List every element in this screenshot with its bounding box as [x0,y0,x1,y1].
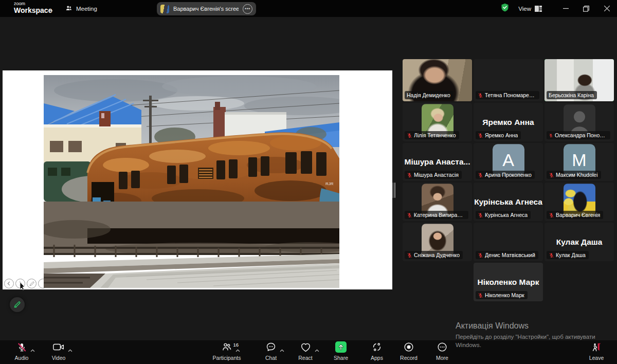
viewer-previous-button[interactable] [4,279,14,288]
participant-name-label: Берьозкіна Каріна [547,91,597,99]
close-button[interactable] [596,0,617,17]
shared-photo-burned-train: RJR [44,75,339,288]
participant-name-label: Сніжана Дудченко [405,251,463,259]
zoom-app-window: zoom Workspace Meeting Варварич Євгенія'… [0,0,617,364]
mic-muted-icon [549,252,554,258]
participant-tile[interactable]: MМаксим Khudolei [545,143,614,181]
meeting-toolbar: AudioVideo16ParticipantsChatReactShareAp… [0,340,617,364]
participant-tile[interactable]: Денис Матвієвський [474,223,543,261]
mic-muted-icon [478,293,483,298]
participant-name-label: Надія Демиденко [405,91,453,99]
react-button[interactable]: React [287,342,324,361]
toolbar-label: Chat [265,355,277,361]
share-icon [335,341,347,355]
participant-tile[interactable]: Катерина Випирайло [403,183,472,221]
more-icon [437,342,447,354]
record-button[interactable]: Record [390,342,427,361]
minimize-button[interactable] [555,0,576,17]
participant-tile[interactable]: Тетяна Пономаренко [474,59,543,101]
mic-muted-icon [407,252,412,258]
participant-name-label: Тетяна Пономаренко [476,91,539,99]
participant-tile[interactable]: Олександра Пономарен... [545,103,614,141]
participant-name-label: Курінська Агнеса [476,211,531,219]
mic-muted-icon [478,252,483,258]
participant-tile[interactable]: Лілія Тетянченко [403,103,472,141]
svg-text:RJR: RJR [325,181,334,186]
mic-muted-icon [478,93,483,98]
toolbar-label: Record [400,355,418,361]
logo-zoom-text: zoom [14,2,52,6]
leave-button[interactable]: Leave [578,342,615,361]
toolbar-label: Audio [15,355,29,361]
participant-tile[interactable]: Сніжана Дудченко [403,223,472,261]
annotate-button[interactable] [10,297,25,312]
participant-tile[interactable]: Кулак ДашаКулак Даша [545,223,614,261]
video-button[interactable]: Video [40,342,77,361]
participant-name-label: Яремко Анна [476,131,521,139]
watermark-title: Активація Windows [456,321,610,331]
participant-tile[interactable]: Ніколенко МаркНіколенко Марк [474,263,543,301]
toolbar-label: Video [52,355,66,361]
participants-icon [222,342,232,354]
chevron-up-icon[interactable] [315,345,319,354]
annotate-pencil-icon [13,301,21,308]
toolbar-label: Share [334,355,348,361]
participant-name-label: Кулак Даша [547,251,589,259]
mic-muted-icon [478,212,483,218]
participant-tile[interactable]: Варварич Євгенія [545,183,614,221]
chat-button[interactable]: Chat [252,342,289,361]
mic-muted-icon [549,172,554,178]
participant-name-label: Арина Прокопенко [476,171,535,179]
mic-muted-icon [407,172,412,178]
security-shield-icon[interactable] [501,3,509,14]
toolbar-label: React [298,355,312,361]
restore-button[interactable] [576,0,596,17]
mic-muted-icon [407,212,412,218]
participant-tile[interactable]: Мішура Анаста...Мішура Анастасія [403,143,472,181]
participant-name-label: Денис Матвієвський [476,251,538,259]
audio-button[interactable]: Audio [3,342,40,361]
zoom-workspace-logo: zoom Workspace [14,2,52,14]
participant-tile[interactable]: Яремко АннаЯремко Анна [474,103,543,141]
tab-meeting[interactable]: Meeting [65,3,97,14]
screen-tab-more-icon[interactable]: ••• [243,4,252,14]
apps-icon [372,342,382,354]
chevron-up-icon[interactable] [30,345,35,354]
heart-icon [300,342,311,354]
mic-muted-icon [17,342,27,355]
tab-shared-screen[interactable]: Варварич Євгенія's screen ••• [157,2,256,15]
viewer-edit-button[interactable] [27,279,37,288]
mic-muted-icon [478,133,483,138]
participant-name-label: Олександра Пономарен... [547,131,610,139]
participant-name-label: Лілія Тетянченко [405,131,459,139]
participants-button[interactable]: 16Participants [208,342,245,361]
meeting-tab-label: Meeting [76,6,97,12]
workspace-chevron-down-icon[interactable] [48,6,53,15]
photo-viewer-controls [4,279,48,288]
participant-tile[interactable]: Надія Демиденко [403,59,472,101]
participant-name-label: Варварич Євгенія [547,211,603,219]
meeting-person-icon [65,5,72,13]
participant-tile[interactable]: Курінська АгнесаКурінська Агнеса [474,183,543,221]
chevron-up-icon[interactable] [68,345,72,354]
chevron-up-icon[interactable] [280,345,284,354]
view-button[interactable]: View [518,6,542,12]
more-button[interactable]: More [424,342,461,361]
toolbar-label: Participants [213,355,241,361]
screen-tab-thumbnail [160,5,169,13]
logo-workspace-text: Workspace [14,7,52,14]
panel-resize-handle[interactable] [392,183,395,198]
camera-icon [53,342,64,354]
participant-tile[interactable]: AАрина Прокопенко [474,143,543,181]
chevron-up-icon[interactable] [235,345,240,354]
screen-tab-label: Варварич Євгенія's screen [173,6,239,12]
participant-name-label: Ніколенко Марк [476,291,528,299]
leave-icon [591,342,602,355]
participant-name-label: Максим Khudolei [547,171,601,179]
share-button[interactable]: Share [322,342,359,361]
mic-muted-icon [549,212,554,218]
participant-tile[interactable]: Берьозкіна Каріна [545,59,614,101]
mic-muted-icon [478,172,483,178]
toolbar-label: More [436,355,448,361]
toolbar-label: Apps [371,355,383,361]
